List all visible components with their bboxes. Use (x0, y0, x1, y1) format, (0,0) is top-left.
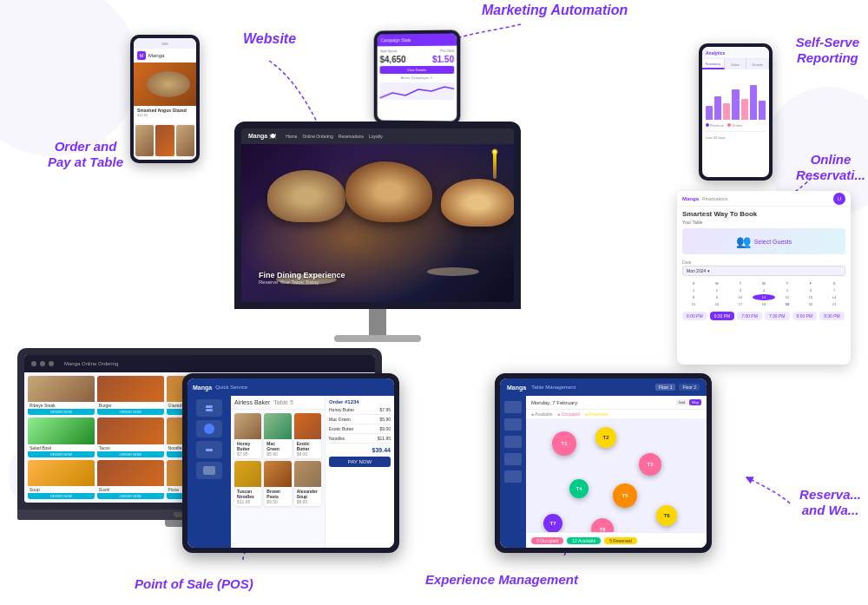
laptop-btn-11[interactable]: ORDER NOW (28, 493, 95, 499)
phone-marketing: Campaign Stats Total Spent Per Click $4,… (374, 30, 461, 124)
laptop-btn-1[interactable]: ORDER NOW (28, 409, 95, 415)
pos-item-1[interactable]: Honey Butter $7.95 (234, 413, 261, 458)
map-sidebar-icon-1[interactable] (504, 401, 522, 413)
reservation-people-icon: 👥 (736, 234, 751, 248)
sidebar-dot-1 (206, 405, 213, 408)
reservation-hero: 👥 Select Guests (682, 228, 845, 254)
cal-day-4[interactable]: 4 (753, 287, 775, 293)
nav-loyalty[interactable]: Loyalty (369, 134, 383, 139)
table-4[interactable]: T4 (569, 479, 589, 498)
pos-item-2[interactable]: Mac Green $5.90 (264, 413, 291, 458)
cal-day-20[interactable]: 20 (799, 301, 822, 307)
reporting-tab-summary[interactable]: Summary (702, 59, 725, 69)
laptop-btn-12[interactable]: ORDER NOW (97, 493, 164, 499)
laptop-btn-7[interactable]: ORDER NOW (97, 451, 164, 457)
map-sidebar-icon-2[interactable] (504, 418, 522, 431)
pos-item-5[interactable]: Brown Pasta $9.50 (264, 461, 291, 506)
laptop-label-11: Soup (28, 486, 95, 493)
table-5[interactable]: T5 (613, 483, 637, 508)
pos-item-name-4: Tuscan Noodles (237, 489, 259, 499)
label-order-pay: Order andPay at Table (48, 139, 123, 170)
map-view-buttons: Grid Map (676, 399, 701, 405)
cal-day-15[interactable]: 15 (682, 301, 705, 307)
map-available-badge: 12 Available (567, 537, 601, 544)
time-slot-2[interactable]: 6:30 PM (710, 312, 735, 320)
marketing-header: Campaign Stats (378, 33, 457, 46)
cal-day-8[interactable]: 8 (682, 294, 705, 300)
pos-item-4[interactable]: Tuscan Noodles $11.95 (234, 461, 261, 506)
phone-app-name: Manga (148, 53, 164, 58)
table-3[interactable]: T3 (639, 453, 661, 476)
cal-day-1[interactable]: 1 (682, 287, 705, 293)
map-view-grid[interactable]: Grid (676, 399, 688, 405)
map-sidebar-icon-5[interactable] (504, 470, 522, 483)
time-slot-6[interactable]: 8:30 PM (819, 312, 845, 320)
pos-item-name-5: Brown Pasta (266, 489, 288, 499)
cal-header-w: W (753, 280, 775, 286)
cal-day-7[interactable]: 7 (823, 287, 845, 293)
cal-day-12[interactable]: 12 (776, 294, 799, 300)
cal-day-9[interactable]: 9 (706, 294, 728, 300)
label-pos: Point of Sale (POS) (135, 576, 253, 592)
time-slot-3[interactable]: 7:00 PM (737, 312, 762, 320)
cal-day-10[interactable]: 10 (729, 294, 752, 300)
pos-sidebar-icon-3[interactable] (196, 441, 222, 458)
food-item-1 (267, 170, 345, 222)
map-sidebar-icon-4[interactable] (504, 453, 522, 465)
time-slot-5[interactable]: 8:00 PM (792, 312, 818, 320)
table-6[interactable]: T6 (656, 505, 677, 526)
marketing-cta-btn[interactable]: View Details (380, 66, 455, 74)
cal-day-11[interactable]: 11 (753, 294, 775, 300)
cal-day-21[interactable]: 21 (823, 301, 845, 307)
nav-reservations[interactable]: Reservations (339, 134, 364, 139)
laptop-btn-6[interactable]: ORDER NOW (28, 451, 95, 457)
pos-item-img-1 (234, 413, 261, 439)
cal-day-16[interactable]: 16 (706, 301, 728, 307)
map-sidebar-icon-3[interactable] (504, 436, 522, 448)
marketing-chart-svg (380, 82, 455, 100)
monitor-nav: Home Online Ordering Reservations Loyalt… (286, 134, 383, 139)
pos-sidebar-icon-4[interactable] (196, 462, 222, 479)
table-8[interactable]: T8 (591, 518, 614, 532)
laptop-btn-2[interactable]: ORDER NOW (97, 409, 164, 415)
pos-pay-btn[interactable]: PAY NOW (329, 457, 391, 467)
cal-day-6[interactable]: 6 (799, 287, 822, 293)
pos-sidebar-icon-2[interactable] (196, 420, 222, 437)
map-floor-btn[interactable]: Floor 1 (655, 384, 676, 391)
nav-home[interactable]: Home (286, 134, 297, 139)
pos-item-img-3 (294, 413, 321, 439)
pos-order-total: $39.44 (329, 447, 391, 453)
candle (493, 153, 496, 179)
pos-item-3[interactable]: Exotic Butter $9.00 (294, 413, 321, 458)
map-view-map[interactable]: Map (689, 399, 701, 405)
table-1[interactable]: T1 (552, 431, 576, 456)
table-7[interactable]: T7 (543, 514, 562, 532)
pos-order-price-2: $5.90 (379, 417, 391, 422)
pos-order-row-3: Exotic Butter $9.00 (329, 426, 391, 434)
phone-food-price: $12.95 (137, 113, 193, 117)
pos-sidebar-icon-1[interactable] (196, 399, 222, 417)
cal-header-t: T (729, 280, 752, 286)
marketing-mini-chart (380, 82, 455, 100)
time-slot-1[interactable]: 6:00 PM (682, 312, 707, 320)
cal-day-18[interactable]: 18 (753, 301, 775, 307)
time-slot-4[interactable]: 7:30 PM (765, 312, 790, 320)
nav-ordering[interactable]: Online Ordering (302, 134, 332, 139)
map-top-bar: Monday, 7 February Grid Map (526, 396, 707, 410)
marketing-amount1: $4,650 (380, 55, 406, 64)
pos-item-info-6: Alexander Soup $8.95 (294, 487, 321, 506)
cal-day-5[interactable]: 5 (776, 287, 799, 293)
reporting-tab-details[interactable]: Details (746, 59, 769, 69)
reporting-tab-sales[interactable]: Sales (725, 59, 747, 69)
reservation-date-input[interactable]: Mon 2024 ▾ (682, 266, 845, 276)
cal-day-13[interactable]: 13 (799, 294, 822, 300)
pos-item-6[interactable]: Alexander Soup $8.95 (294, 461, 321, 506)
cal-day-2[interactable]: 2 (706, 287, 728, 293)
map-floor2-btn[interactable]: Floor 2 (679, 384, 700, 391)
table-2[interactable]: T2 (595, 427, 616, 448)
cal-day-14[interactable]: 14 (823, 294, 845, 300)
cal-day-3[interactable]: 3 (729, 287, 752, 293)
cal-day-17[interactable]: 17 (729, 301, 752, 307)
cal-day-19[interactable]: 19 (776, 301, 799, 307)
pos-food-grid: Honey Butter $7.95 Mac Green $5.90 (231, 410, 325, 510)
